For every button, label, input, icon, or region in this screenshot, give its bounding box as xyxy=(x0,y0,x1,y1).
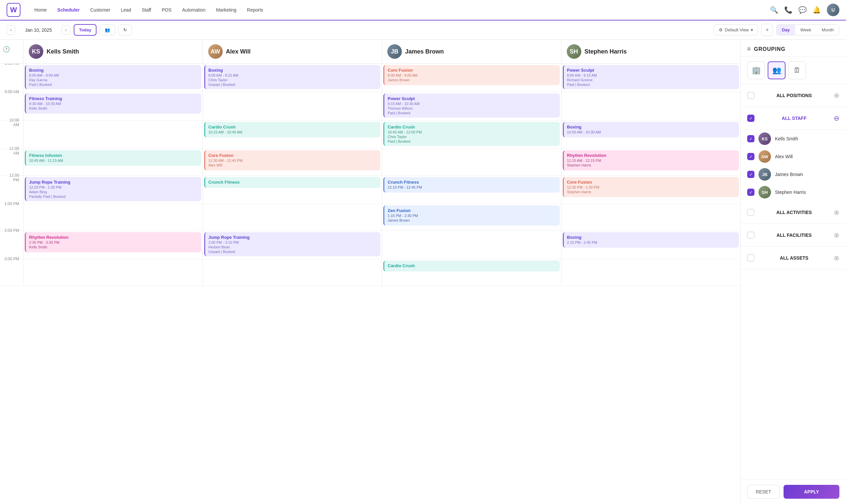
cell-alex-1400[interactable]: Jump Rope Training 2:00 PM - 3:15 PM Her… xyxy=(202,231,382,259)
kells-checkbox[interactable]: ✓ xyxy=(747,135,755,142)
week-view-button[interactable]: Week xyxy=(795,25,816,35)
group-by-building-button[interactable]: 🏢 xyxy=(747,61,765,79)
next-button[interactable]: › xyxy=(61,25,70,35)
nav-customer[interactable]: Customer xyxy=(86,5,115,15)
nav-pos[interactable]: POS xyxy=(157,5,176,15)
class-cardiocrush-james[interactable]: Cardio Crush 10:45 AM - 12:00 PM Chris T… xyxy=(383,122,560,146)
all-staff-checkbox[interactable]: ✓ xyxy=(747,114,755,122)
reset-button[interactable]: RESET xyxy=(747,485,779,499)
all-facilities-checkbox[interactable] xyxy=(747,232,755,239)
class-jumprope-alex[interactable]: Jump Rope Training 2:00 PM - 3:15 PM Her… xyxy=(204,232,381,256)
all-positions-checkbox[interactable] xyxy=(747,92,755,99)
cell-stephen-1300[interactable] xyxy=(561,204,741,231)
class-boxing-stephen[interactable]: Boxing 10:00 AM - 10:30 AM xyxy=(563,122,739,138)
class-name: Boxing xyxy=(567,125,736,129)
all-activities-checkbox[interactable] xyxy=(747,209,755,216)
nav-home[interactable]: Home xyxy=(30,5,51,15)
class-crunchfitness-james[interactable]: Crunch Fitness 12:15 PM - 12:45 PM xyxy=(383,177,560,193)
class-crunchfitness-alex[interactable]: Crunch Fitness xyxy=(204,177,381,188)
cell-kells-1300[interactable] xyxy=(23,204,202,231)
cell-kells-1400[interactable]: Rhythm Revolution 2:30 PM - 3:30 PM Kell… xyxy=(23,231,202,259)
month-view-button[interactable]: Month xyxy=(816,25,839,35)
cell-james-1300[interactable]: Zen Fusion 1:15 PM - 2:30 PM James Brown xyxy=(382,204,561,231)
class-jumprope-kells[interactable]: Jump Rope Training 12:20 PM - 1:30 PM Ad… xyxy=(25,177,201,201)
cell-stephen-1500[interactable] xyxy=(561,259,741,286)
cell-stephen-1200[interactable]: Core Fusion 12:30 PM - 1:30 PM Stephen H… xyxy=(561,176,741,204)
alex-checkbox[interactable]: ✓ xyxy=(747,153,755,160)
notification-icon[interactable]: 🔔 xyxy=(813,6,821,14)
whatsapp-icon[interactable]: 💬 xyxy=(798,6,807,14)
cell-kells-900[interactable]: Fitness Training 9:30 AM - 10:30 AM Kell… xyxy=(23,92,202,120)
today-button[interactable]: Today xyxy=(74,24,96,36)
cell-stephen-1100[interactable]: Rhythm Revolution 11:15 AM - 12:15 PM St… xyxy=(561,149,741,175)
class-fitnesstraining-kells[interactable]: Fitness Training 9:30 AM - 10:30 AM Kell… xyxy=(25,93,201,114)
cell-james-800[interactable]: Core Fusion 8:00 AM - 9:00 AM James Brow… xyxy=(382,64,561,92)
cell-alex-900[interactable] xyxy=(202,92,382,120)
cell-kells-1200[interactable]: Jump Rope Training 12:20 PM - 1:30 PM Ad… xyxy=(23,176,202,204)
cell-james-1100[interactable] xyxy=(382,149,561,175)
cell-james-1200[interactable]: Crunch Fitness 12:15 PM - 12:45 PM xyxy=(382,176,561,204)
group-by-staff-button[interactable]: 👥 xyxy=(768,61,786,79)
phone-icon[interactable]: 📞 xyxy=(784,6,792,14)
cell-james-1400[interactable] xyxy=(382,231,561,259)
nav-marketing[interactable]: Marketing xyxy=(211,5,241,15)
cell-alex-1500[interactable] xyxy=(202,259,382,286)
cell-james-1500[interactable]: Cardio Crush xyxy=(382,259,561,286)
stephen-checkbox[interactable]: ✓ xyxy=(747,188,755,196)
cell-james-1000[interactable]: Cardio Crush 10:45 AM - 12:00 PM Chris T… xyxy=(382,121,561,149)
class-corefusion-stephen[interactable]: Core Fusion 12:30 PM - 1:30 PM Stephen H… xyxy=(563,177,739,197)
all-activities-add-icon[interactable]: ⊕ xyxy=(834,209,840,216)
cell-kells-1500[interactable] xyxy=(23,259,202,286)
apply-button[interactable]: APPLY xyxy=(783,485,840,499)
nav-lead[interactable]: Lead xyxy=(116,5,136,15)
class-name: Boxing xyxy=(209,68,377,73)
cell-alex-1000[interactable]: Cardio Crush 10:15 AM - 10:45 AM xyxy=(202,121,382,149)
cell-stephen-900[interactable] xyxy=(561,92,741,120)
class-zenfusion-james[interactable]: Zen Fusion 1:15 PM - 2:30 PM James Brown xyxy=(383,205,560,226)
logo[interactable]: W xyxy=(6,3,20,17)
prev-button[interactable]: ‹ xyxy=(6,25,15,35)
class-boxing-stephen2[interactable]: Boxing 2:15 PM - 2:45 PM xyxy=(563,232,739,248)
nav-reports[interactable]: Reports xyxy=(242,5,268,15)
cell-stephen-1000[interactable]: Boxing 10:00 AM - 10:30 AM xyxy=(561,121,741,149)
all-facilities-add-icon[interactable]: ⊕ xyxy=(834,231,840,239)
cell-kells-1100[interactable]: Fitness Infusion 10:45 AM - 11:15 AM xyxy=(23,149,202,175)
class-boxing-kells[interactable]: Boxing 8:00 AM - 9:00 AM Ray Garcia Paid… xyxy=(25,65,201,89)
class-rhythmrevolution-stephen[interactable]: Rhythm Revolution 11:15 AM - 12:15 PM St… xyxy=(563,150,739,170)
cell-stephen-1400[interactable]: Boxing 2:15 PM - 2:45 PM xyxy=(561,231,741,259)
class-powersculpt-james[interactable]: Power Sculpt 9:15 AM - 10:30 AM Thomas W… xyxy=(383,93,560,118)
class-boxing-alex[interactable]: Boxing 8:00 AM - 9:15 AM Chris Taylor Un… xyxy=(204,65,381,89)
class-fitnessinfusion-kells[interactable]: Fitness Infusion 10:45 AM - 11:15 AM xyxy=(25,150,201,166)
cell-kells-1000[interactable] xyxy=(23,121,202,149)
nav-scheduler[interactable]: Scheduler xyxy=(53,5,84,15)
all-assets-checkbox[interactable] xyxy=(747,254,755,262)
nav-staff[interactable]: Staff xyxy=(137,5,156,15)
user-avatar[interactable]: U xyxy=(827,4,840,16)
cell-alex-800[interactable]: Boxing 8:00 AM - 9:15 AM Chris Taylor Un… xyxy=(202,64,382,92)
add-staff-button[interactable]: 👥 xyxy=(100,24,115,35)
filter-button[interactable]: ⚙ Default View ▾ xyxy=(714,24,758,35)
class-powersculpt-stephen[interactable]: Power Sculpt 8:00 AM - 9:15 AM Richard G… xyxy=(563,65,739,89)
search-icon[interactable]: 🔍 xyxy=(770,6,778,14)
cell-alex-1100[interactable]: Core Fusion 11:30 AM - 12:45 PM Alex Wil… xyxy=(202,149,382,175)
group-by-other-button[interactable]: 🗓 xyxy=(788,61,806,79)
cell-stephen-800[interactable]: Power Sculpt 8:00 AM - 9:15 AM Richard G… xyxy=(561,64,741,92)
cell-alex-1300[interactable] xyxy=(202,204,382,231)
class-corefusion-james[interactable]: Core Fusion 8:00 AM - 9:00 AM James Brow… xyxy=(383,65,560,85)
all-assets-add-icon[interactable]: ⊕ xyxy=(834,254,840,262)
class-corefusion-alex[interactable]: Core Fusion 11:30 AM - 12:45 PM Alex Wil… xyxy=(204,150,381,170)
refresh-button[interactable]: ↻ xyxy=(118,24,132,35)
all-staff-minus-icon[interactable]: ⊖ xyxy=(834,114,840,122)
class-cardiocrush-james2[interactable]: Cardio Crush xyxy=(383,260,560,271)
class-cardiocrush-alex[interactable]: Cardio Crush 10:15 AM - 10:45 AM xyxy=(204,122,381,138)
cell-alex-1200[interactable]: Crunch Fitness xyxy=(202,176,382,204)
class-trainer: Richard Greene xyxy=(567,78,736,82)
day-view-button[interactable]: Day xyxy=(777,25,795,35)
cell-james-900[interactable]: Power Sculpt 9:15 AM - 10:30 AM Thomas W… xyxy=(382,92,561,120)
nav-automation[interactable]: Automation xyxy=(177,5,210,15)
all-positions-add-icon[interactable]: ⊕ xyxy=(834,91,840,100)
favorite-button[interactable]: ✦ xyxy=(761,24,773,36)
cell-kells-800[interactable]: Boxing 8:00 AM - 9:00 AM Ray Garcia Paid… xyxy=(23,64,202,92)
class-rhythmrevolution-kells[interactable]: Rhythm Revolution 2:30 PM - 3:30 PM Kell… xyxy=(25,232,201,252)
james-checkbox[interactable]: ✓ xyxy=(747,171,755,178)
